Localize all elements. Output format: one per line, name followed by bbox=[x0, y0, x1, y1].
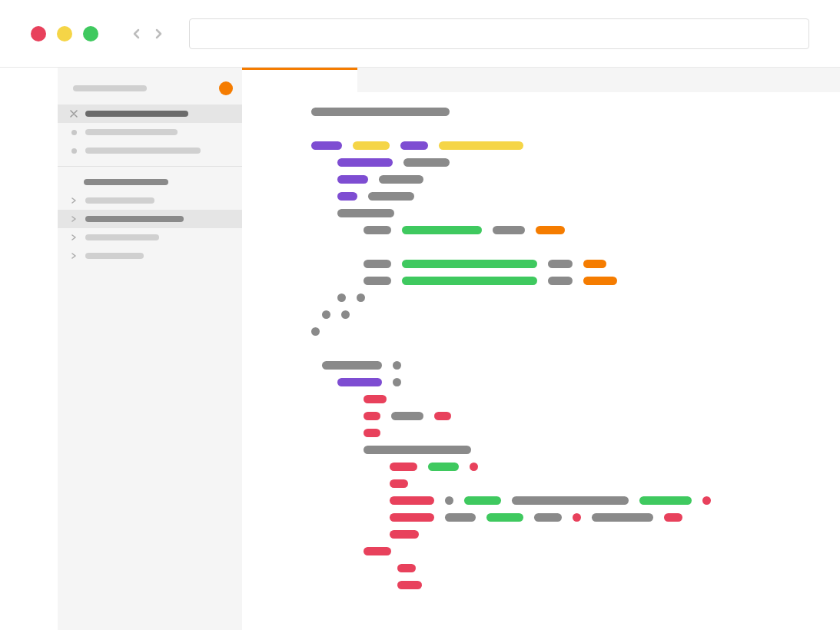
code-token bbox=[664, 513, 682, 522]
explorer-item[interactable] bbox=[58, 191, 242, 210]
code-token bbox=[592, 513, 653, 522]
close-window-button[interactable] bbox=[31, 26, 46, 41]
close-icon bbox=[70, 110, 78, 118]
chevron-right-icon bbox=[70, 215, 78, 223]
code-token bbox=[390, 463, 417, 471]
code-token bbox=[428, 463, 459, 471]
code-line bbox=[300, 475, 803, 492]
main-area bbox=[0, 68, 840, 630]
bullet-icon bbox=[70, 128, 78, 136]
code-token bbox=[311, 327, 320, 336]
editor-area bbox=[242, 68, 840, 630]
code-token bbox=[364, 277, 391, 285]
back-button[interactable] bbox=[131, 28, 143, 40]
code-line bbox=[300, 458, 803, 475]
code-token bbox=[379, 175, 423, 184]
code-token bbox=[391, 412, 423, 420]
code-line bbox=[300, 204, 803, 221]
code-token bbox=[400, 141, 428, 150]
open-editors-section bbox=[58, 103, 242, 161]
maximize-window-button[interactable] bbox=[83, 26, 98, 41]
explorer-item[interactable] bbox=[58, 247, 242, 265]
address-bar[interactable] bbox=[189, 18, 809, 49]
code-line bbox=[300, 424, 803, 441]
code-token bbox=[353, 141, 390, 150]
code-token bbox=[403, 158, 450, 167]
code-line bbox=[300, 103, 803, 120]
chevron-right-icon bbox=[70, 234, 78, 241]
code-line bbox=[334, 576, 803, 593]
explorer-section bbox=[58, 190, 242, 267]
code-token bbox=[434, 412, 451, 420]
code-token bbox=[337, 192, 357, 201]
code-line bbox=[300, 221, 803, 238]
code-token bbox=[357, 293, 365, 302]
code-token bbox=[402, 260, 537, 268]
code-editor[interactable] bbox=[242, 92, 840, 630]
code-token bbox=[512, 496, 629, 505]
chevron-right-icon bbox=[70, 252, 78, 260]
explorer-label bbox=[85, 216, 184, 222]
code-token bbox=[548, 260, 573, 268]
code-token bbox=[583, 277, 617, 285]
code-token bbox=[493, 226, 525, 234]
code-token bbox=[548, 277, 573, 285]
code-line bbox=[300, 526, 803, 542]
bullet-icon bbox=[70, 147, 78, 154]
code-token bbox=[364, 226, 391, 234]
forward-button[interactable] bbox=[152, 28, 164, 40]
code-token bbox=[337, 209, 394, 217]
sidebar-title bbox=[73, 85, 147, 91]
code-line bbox=[311, 356, 803, 373]
code-token bbox=[364, 446, 471, 454]
code-token bbox=[390, 479, 408, 488]
code-token bbox=[364, 260, 391, 268]
explorer-item[interactable] bbox=[58, 210, 242, 228]
sidebar-header bbox=[58, 78, 242, 103]
code-token bbox=[445, 513, 476, 522]
open-editor-item[interactable] bbox=[58, 123, 242, 141]
code-token bbox=[439, 141, 523, 150]
open-editor-item[interactable] bbox=[58, 104, 242, 123]
sidebar bbox=[58, 68, 242, 630]
code-line bbox=[300, 373, 803, 390]
open-editor-label bbox=[85, 111, 188, 117]
explorer-label bbox=[85, 253, 144, 259]
code-token bbox=[573, 513, 581, 522]
code-token bbox=[322, 361, 382, 370]
code-line bbox=[300, 542, 803, 559]
open-editor-item[interactable] bbox=[58, 141, 242, 160]
code-token bbox=[397, 564, 416, 572]
explorer-item[interactable] bbox=[58, 228, 242, 247]
code-line bbox=[300, 441, 803, 458]
code-line bbox=[300, 390, 803, 407]
code-token bbox=[470, 463, 478, 471]
code-token bbox=[534, 513, 562, 522]
code-token bbox=[639, 496, 692, 505]
sidebar-separator bbox=[58, 166, 242, 167]
title-bar bbox=[0, 0, 840, 68]
explorer-header[interactable] bbox=[58, 171, 242, 190]
code-line bbox=[300, 137, 803, 154]
code-token bbox=[311, 108, 450, 116]
code-line bbox=[300, 238, 803, 255]
code-token bbox=[364, 547, 391, 555]
minimize-window-button[interactable] bbox=[57, 26, 72, 41]
code-line bbox=[300, 492, 803, 509]
code-token bbox=[337, 293, 346, 302]
code-token bbox=[364, 395, 387, 403]
code-line bbox=[300, 187, 803, 204]
code-line bbox=[300, 407, 803, 424]
code-token bbox=[337, 378, 382, 386]
modified-indicator-icon bbox=[219, 81, 233, 95]
code-token bbox=[702, 496, 711, 505]
code-token bbox=[322, 310, 330, 319]
code-token bbox=[464, 496, 501, 505]
code-line bbox=[300, 289, 803, 306]
code-token bbox=[368, 192, 414, 201]
nav-arrows bbox=[131, 28, 164, 40]
code-token bbox=[311, 141, 342, 150]
active-tab[interactable] bbox=[242, 68, 357, 92]
code-line bbox=[300, 340, 803, 356]
code-line bbox=[311, 306, 803, 323]
